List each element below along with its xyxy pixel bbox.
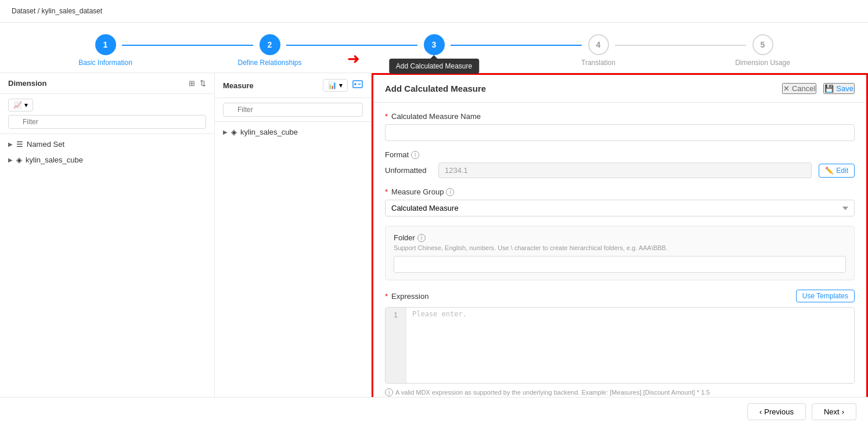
step-label-2: Define Relationships	[237, 59, 301, 67]
code-line-1: 1 Please enter.	[386, 308, 854, 323]
folder-section: Folder i Support Chinese, English, numbe…	[385, 226, 855, 280]
dimension-tree: ▶ ☰ Named Set ▶ ◈ kylin_sales_cube	[0, 134, 214, 421]
measure-dropdown-icon: ▾	[339, 81, 343, 89]
wizard-step-5[interactable]: 5 Dimension Usage	[680, 34, 845, 67]
wizard-step-4[interactable]: 4 Translation	[516, 34, 680, 67]
dimension-search-input[interactable]	[8, 115, 206, 129]
next-label: Next	[824, 407, 840, 416]
dimension-named-set[interactable]: ▶ ☰ Named Set	[0, 136, 214, 152]
measure-cube-icon: ◈	[231, 128, 237, 136]
step-circle-3: 3	[424, 34, 445, 55]
line-number-empty-1	[386, 323, 406, 338]
expression-label: * Expression	[385, 292, 428, 301]
format-row: Unformatted 1234.1 ✏️ Edit	[385, 163, 855, 178]
folder-info-icon[interactable]: i	[417, 234, 426, 242]
mdx-info-icon[interactable]: i	[385, 388, 393, 396]
measure-title: Measure	[223, 81, 254, 90]
save-button[interactable]: 💾 Save	[823, 83, 855, 94]
measure-panel-header: Measure 📊 ▾	[215, 73, 371, 98]
main-layout: Dimension ⊞ ⇅ 📈 ▾ 🔍 ▶ ☰ Named Set	[0, 73, 868, 421]
step-circle-2: 2	[260, 34, 280, 55]
add-calculated-measure-panel: Add Calculated Measure ✕ Cancel 💾 Save *…	[372, 73, 868, 421]
measure-cube-item[interactable]: ▶ ◈ kylin_sales_cube	[215, 124, 371, 140]
measure-type-button[interactable]: 📊 ▾	[323, 79, 348, 92]
folder-label: Folder i	[394, 233, 846, 242]
step-label-1: Basic Information	[78, 59, 132, 67]
breadcrumb: Dataset / kylin_sales_dataset	[0, 0, 868, 23]
measure-tree: ▶ ◈ kylin_sales_cube	[215, 122, 371, 421]
expand-icon: ▶	[8, 141, 13, 147]
save-label: Save	[836, 84, 853, 93]
dimension-icon-grid[interactable]: ⊞	[189, 79, 195, 88]
form-title: Add Calculated Measure	[385, 84, 486, 93]
wizard-steps: 1 Basic Information 2 Define Relationshi…	[0, 23, 868, 73]
wizard-step-1[interactable]: 1 Basic Information	[23, 34, 188, 67]
format-type-label: Unformatted	[385, 166, 431, 175]
cube-expand-icon: ▶	[8, 157, 13, 163]
previous-label: Previous	[764, 407, 794, 416]
code-line-empty-3	[386, 353, 854, 368]
mdx-hint: i A valid MDX expression as supported by…	[385, 388, 855, 396]
measure-name-field: * Calculated Measure Name	[385, 112, 855, 141]
dimension-type-button[interactable]: 📈 ▾	[8, 99, 33, 111]
measure-panel: Measure 📊 ▾ 🔍	[215, 73, 372, 421]
dimension-type-dropdown-icon: ▾	[24, 101, 28, 109]
measure-cube-label: kylin_sales_cube	[240, 128, 298, 136]
required-asterisk: *	[385, 112, 388, 121]
folder-input[interactable]	[394, 256, 846, 273]
previous-button[interactable]: ‹ Previous	[747, 403, 806, 420]
named-set-icon: ☰	[16, 140, 23, 149]
step-circle-1: 1	[95, 34, 116, 55]
step-circle-4: 4	[588, 34, 609, 55]
format-preview: 1234.1	[438, 163, 812, 178]
dimension-filter-row: 📈 ▾ 🔍	[0, 94, 214, 134]
dimension-title: Dimension	[8, 79, 46, 88]
code-editor[interactable]: 1 Please enter.	[385, 307, 855, 384]
use-templates-button[interactable]: Use Templates	[796, 290, 855, 302]
dimension-panel-icons[interactable]: ⊞ ⇅	[189, 79, 206, 88]
measure-search-input[interactable]	[223, 103, 363, 117]
measure-group-select[interactable]: Calculated Measure	[385, 200, 855, 216]
cube-icon: ◈	[16, 156, 22, 164]
wizard-step-2[interactable]: 2 Define Relationships	[188, 34, 352, 67]
form-actions: ✕ Cancel 💾 Save	[782, 83, 855, 94]
tooltip-add-calculated-measure: Add Calculated Measure	[389, 59, 479, 74]
named-set-label: Named Set	[27, 140, 64, 149]
form-header: Add Calculated Measure ✕ Cancel 💾 Save	[373, 75, 866, 103]
add-calculated-measure-icon[interactable]	[352, 79, 363, 92]
edit-format-button[interactable]: ✏️ Edit	[819, 164, 855, 178]
code-line-empty-4	[386, 368, 854, 383]
next-chevron-icon: ›	[842, 407, 844, 416]
measure-name-label: * Calculated Measure Name	[385, 112, 855, 121]
next-button[interactable]: Next ›	[812, 403, 856, 420]
measure-group-info-icon[interactable]: i	[446, 188, 454, 196]
dimension-icon-sort[interactable]: ⇅	[200, 79, 206, 88]
expression-header: * Expression Use Templates	[385, 290, 855, 302]
form-body: * Calculated Measure Name Format i Unfor…	[373, 103, 866, 415]
measure-name-input[interactable]	[385, 124, 855, 141]
wizard-step-3[interactable]: 3 Define Semantics Add Calculated Measur…	[352, 34, 516, 67]
format-field: Format i Unformatted 1234.1 ✏️ Edit	[385, 150, 855, 178]
edit-icon: ✏️	[825, 167, 834, 175]
measure-group-label: * Measure Group i	[385, 187, 855, 196]
step-label-4: Translation	[581, 59, 615, 67]
measure-cube-expand-icon: ▶	[223, 129, 228, 135]
format-info-icon[interactable]: i	[411, 151, 419, 159]
cancel-x-icon: ✕	[783, 84, 790, 93]
expression-required: *	[385, 292, 388, 301]
breadcrumb-current: kylin_sales_dataset	[41, 7, 102, 15]
cancel-button[interactable]: ✕ Cancel	[782, 83, 816, 94]
code-line-empty-2	[386, 338, 854, 353]
bottom-navigation: ‹ Previous Next ›	[0, 397, 868, 421]
expression-field: * Expression Use Templates 1 Please ente…	[385, 290, 855, 396]
code-line-empty-1	[386, 323, 854, 338]
breadcrumb-dataset: Dataset	[12, 7, 35, 15]
measure-group-required: *	[385, 187, 388, 196]
dimension-cube-item[interactable]: ▶ ◈ kylin_sales_cube	[0, 152, 214, 168]
line-content-1: Please enter.	[406, 308, 854, 323]
previous-chevron-icon: ‹	[759, 407, 762, 416]
line-number-1: 1	[386, 308, 406, 323]
cancel-label: Cancel	[792, 84, 815, 93]
format-label: Format i	[385, 150, 855, 159]
red-arrow: ➜	[347, 50, 360, 68]
